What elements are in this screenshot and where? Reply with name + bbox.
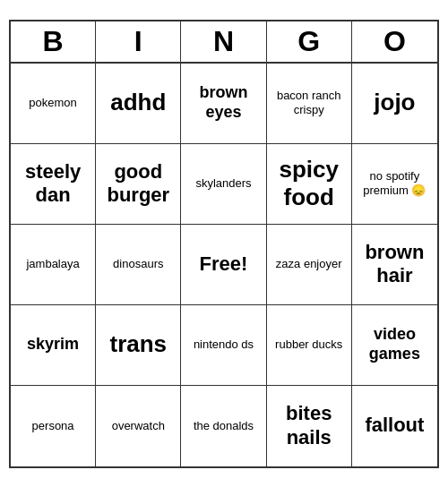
bingo-cell: steely dan bbox=[11, 144, 96, 225]
cell-text: jojo bbox=[374, 89, 415, 116]
bingo-cell: zaza enjoyer bbox=[267, 225, 352, 305]
cell-text: no spotify premium 😞 bbox=[356, 169, 434, 197]
cell-text: pokemon bbox=[29, 96, 76, 110]
cell-text: fallout bbox=[365, 414, 424, 437]
cell-text: bacon ranch crispy bbox=[271, 89, 348, 116]
bingo-cell: bites nails bbox=[267, 386, 352, 466]
bingo-header: BINGO bbox=[11, 21, 437, 64]
cell-text: brown hair bbox=[356, 241, 434, 288]
cell-text: zaza enjoyer bbox=[276, 257, 342, 271]
bingo-cell: skylanders bbox=[181, 144, 266, 225]
header-letter: N bbox=[181, 21, 266, 62]
cell-text: brown eyes bbox=[185, 83, 262, 122]
bingo-cell: pokemon bbox=[11, 64, 96, 144]
cell-text: bites nails bbox=[271, 402, 348, 449]
cell-text: rubber ducks bbox=[275, 337, 342, 352]
cell-text: spicy food bbox=[271, 156, 348, 211]
bingo-cell: jojo bbox=[352, 64, 437, 144]
header-letter: O bbox=[352, 21, 437, 62]
free-space: Free! bbox=[200, 252, 248, 276]
cell-text: adhd bbox=[110, 89, 166, 116]
cell-text: dinosaurs bbox=[113, 257, 163, 271]
bingo-card: BINGO pokemonadhdbrown eyesbacon ranch c… bbox=[9, 20, 439, 468]
header-letter: G bbox=[267, 21, 352, 62]
bingo-cell: the donalds bbox=[181, 386, 266, 466]
cell-text: video games bbox=[356, 325, 434, 363]
bingo-cell: trans bbox=[96, 305, 181, 386]
header-letter: I bbox=[96, 21, 181, 62]
bingo-cell: video games bbox=[352, 305, 437, 386]
bingo-cell: Free! bbox=[181, 225, 266, 305]
bingo-cell: skyrim bbox=[11, 305, 96, 386]
bingo-cell: jambalaya bbox=[11, 225, 96, 305]
cell-text: steely dan bbox=[14, 160, 91, 208]
cell-text: jambalaya bbox=[26, 257, 79, 271]
bingo-cell: rubber ducks bbox=[267, 305, 352, 386]
cell-text: good burger bbox=[99, 160, 177, 208]
bingo-cell: spicy food bbox=[267, 144, 352, 225]
bingo-cell: dinosaurs bbox=[96, 225, 181, 305]
bingo-cell: overwatch bbox=[96, 386, 181, 466]
cell-text: the donalds bbox=[194, 419, 254, 433]
bingo-cell: brown eyes bbox=[181, 64, 266, 144]
cell-text: skyrim bbox=[27, 335, 79, 355]
bingo-grid: pokemonadhdbrown eyesbacon ranch crispyj… bbox=[11, 64, 437, 466]
bingo-cell: adhd bbox=[96, 64, 181, 144]
bingo-cell: persona bbox=[11, 386, 96, 466]
header-letter: B bbox=[11, 21, 96, 62]
cell-text: skylanders bbox=[195, 176, 251, 191]
bingo-cell: nintendo ds bbox=[181, 305, 266, 386]
bingo-cell: brown hair bbox=[352, 225, 437, 305]
bingo-cell: bacon ranch crispy bbox=[267, 64, 352, 144]
cell-text: nintendo ds bbox=[194, 337, 254, 352]
bingo-cell: fallout bbox=[352, 386, 437, 466]
bingo-cell: good burger bbox=[96, 144, 181, 225]
cell-text: persona bbox=[32, 419, 74, 433]
cell-text: overwatch bbox=[112, 419, 165, 433]
cell-text: trans bbox=[110, 330, 168, 358]
bingo-cell: no spotify premium 😞 bbox=[352, 144, 437, 225]
